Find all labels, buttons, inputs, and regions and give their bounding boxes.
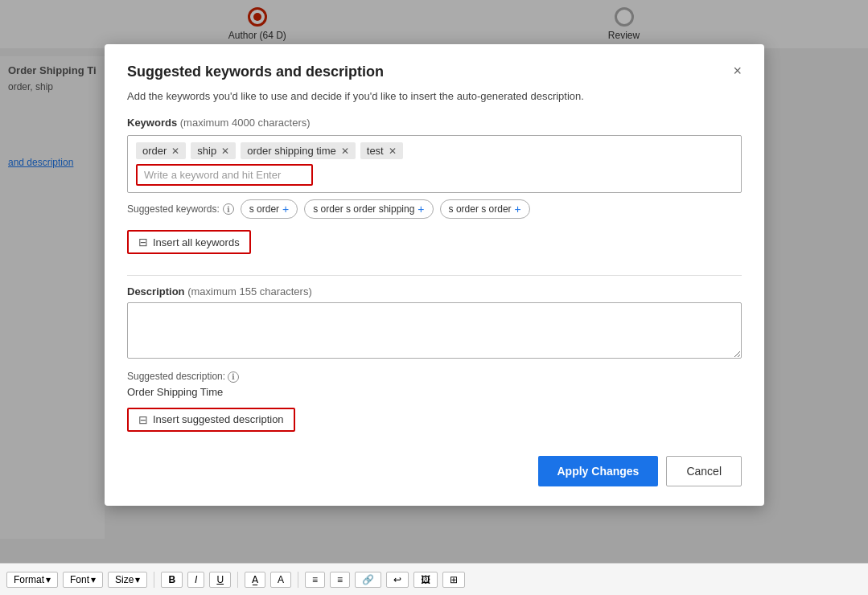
keyword-tag-order: order ✕: [136, 142, 186, 159]
suggested-chip-sorder[interactable]: s order +: [241, 199, 298, 219]
highlight-icon: A̲: [252, 574, 258, 585]
modal-title: Suggested keywords and description: [127, 64, 384, 80]
keywords-label-sub: (maximum 4000 characters): [180, 117, 311, 129]
suggested-keywords-label: Suggested keywords: ℹ: [127, 203, 234, 215]
align-left-icon: ≡: [312, 574, 318, 585]
link-icon: 🔗: [362, 574, 374, 585]
toolbar-divider-2: [237, 572, 238, 588]
size-dropdown[interactable]: Size ▾: [108, 572, 147, 588]
bold-button[interactable]: B: [161, 572, 183, 588]
modal-close-button[interactable]: ×: [733, 64, 742, 78]
insert-desc-label: Insert suggested description: [153, 413, 284, 425]
keyword-tag-test: test ✕: [360, 142, 403, 159]
chip-sorder-plus-icon: +: [282, 203, 289, 215]
italic-icon: I: [195, 574, 197, 585]
size-label: Size: [115, 574, 134, 585]
link-button[interactable]: 🔗: [355, 572, 381, 588]
keyword-tag-ship-close[interactable]: ✕: [221, 146, 229, 157]
keyword-tag-ost-close[interactable]: ✕: [341, 146, 349, 157]
keyword-tag-order-close[interactable]: ✕: [171, 146, 179, 157]
bottom-toolbar: Format ▾ Font ▾ Size ▾ B I U A̲ A ≡ ≡ 🔗 …: [0, 563, 868, 595]
suggested-desc-text: Order Shipping Time: [127, 386, 742, 398]
keywords-label: Keywords (maximum 4000 characters): [127, 117, 742, 129]
keyword-tag-ship-text: ship: [197, 145, 216, 157]
suggested-keywords-info-icon[interactable]: ℹ: [223, 203, 234, 215]
keywords-label-strong: Keywords: [127, 117, 177, 129]
undo-icon: ↩: [393, 574, 401, 585]
suggested-desc-info-icon[interactable]: ℹ: [228, 371, 239, 383]
format-dropdown[interactable]: Format ▾: [6, 572, 58, 588]
align-center-icon: ≡: [337, 574, 343, 585]
format-chevron-icon: ▾: [46, 574, 51, 585]
keyword-tag-ship: ship ✕: [191, 142, 236, 159]
modal: Suggested keywords and description × Add…: [105, 44, 764, 506]
modal-footer: Apply Changes Cancel: [127, 456, 742, 486]
keyword-tag-order-shipping-time: order shipping time ✕: [241, 142, 356, 159]
insert-desc-icon: ⊟: [138, 413, 148, 426]
keyword-input[interactable]: Write a keyword and hit Enter: [136, 164, 313, 186]
divider: [127, 275, 742, 276]
insert-all-label: Insert all keywords: [153, 236, 240, 248]
font-dropdown[interactable]: Font ▾: [63, 572, 103, 588]
italic-button[interactable]: I: [187, 572, 204, 588]
cancel-button[interactable]: Cancel: [666, 456, 742, 486]
description-label: Description (maximum 155 characters): [127, 285, 742, 298]
table-button[interactable]: ⊞: [442, 572, 465, 588]
description-textarea[interactable]: [127, 302, 742, 359]
suggested-chip-sordersorder[interactable]: s order s order +: [440, 199, 530, 219]
keyword-tag-test-close[interactable]: ✕: [389, 146, 397, 157]
align-left-button[interactable]: ≡: [305, 572, 325, 588]
keywords-row: order ✕ ship ✕ order shipping time ✕ tes…: [136, 142, 733, 159]
size-chevron-icon: ▾: [135, 574, 140, 585]
format-label: Format: [14, 574, 44, 585]
underline-icon: U: [216, 574, 224, 585]
table-icon: ⊞: [450, 574, 458, 585]
font-color-icon: A: [278, 574, 284, 585]
keywords-input-area: order ✕ ship ✕ order shipping time ✕ tes…: [127, 135, 742, 193]
insert-all-icon: ⊟: [138, 236, 148, 248]
insert-all-keywords-button[interactable]: ⊟ Insert all keywords: [127, 230, 251, 254]
underline-button[interactable]: U: [209, 572, 231, 588]
font-color-button[interactable]: A: [270, 572, 291, 588]
insert-suggested-description-button[interactable]: ⊟ Insert suggested description: [127, 408, 295, 432]
suggested-desc-label: Suggested description: ℹ: [127, 371, 742, 383]
image-icon: 🖼: [421, 574, 430, 585]
suggested-keywords-row: Suggested keywords: ℹ s order + s order …: [127, 199, 742, 219]
chip-sos-plus-icon: +: [515, 203, 521, 215]
description-label-strong: Description: [127, 285, 185, 298]
keyword-tag-order-text: order: [142, 145, 167, 157]
image-button[interactable]: 🖼: [413, 572, 438, 588]
modal-header: Suggested keywords and description ×: [127, 64, 742, 80]
toolbar-divider-1: [154, 572, 154, 588]
align-center-button[interactable]: ≡: [330, 572, 350, 588]
font-chevron-icon: ▾: [91, 574, 96, 585]
font-label: Font: [70, 574, 89, 585]
keyword-tag-test-text: test: [367, 145, 384, 157]
apply-changes-button[interactable]: Apply Changes: [538, 456, 659, 486]
toolbar-divider-3: [298, 572, 298, 588]
highlight-button[interactable]: A̲: [245, 572, 265, 588]
undo-button[interactable]: ↩: [386, 572, 409, 588]
chip-soss-plus-icon: +: [418, 203, 424, 215]
keyword-tag-ost-text: order shipping time: [247, 145, 336, 157]
bold-icon: B: [168, 574, 175, 585]
description-label-sub: (maximum 155 characters): [187, 285, 312, 298]
modal-subtitle: Add the keywords you'd like to use and d…: [127, 90, 742, 102]
keyword-input-placeholder: Write a keyword and hit Enter: [144, 169, 281, 181]
suggested-chip-sordersordershipping[interactable]: s order s order shipping +: [304, 199, 433, 219]
